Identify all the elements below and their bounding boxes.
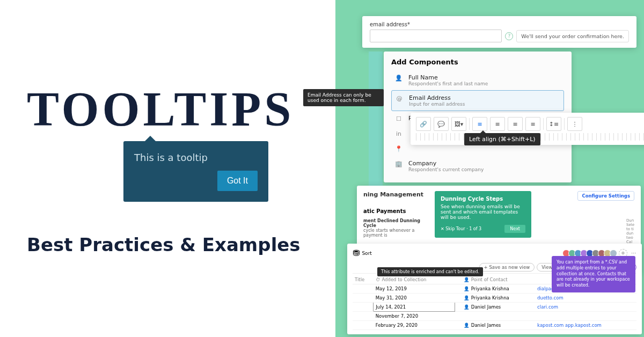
line-spacing-icon[interactable]: ↕≡	[546, 117, 561, 131]
component-item-company[interactable]: 🏢CompanyRespondent's current company	[391, 156, 564, 176]
table-row[interactable]: May 31, 2020👤 Priyanka Krishnaduetto.com	[353, 294, 636, 303]
more-icon[interactable]: ⋮	[567, 117, 582, 131]
location-icon: 📍	[394, 145, 403, 152]
ellipsis-icon[interactable]: ⋯	[631, 250, 636, 256]
filter-icon[interactable]: ⛃	[353, 248, 360, 258]
align-center-icon[interactable]: ≡	[490, 117, 505, 131]
email-tooltip: We'll send your order confirmation here.	[516, 30, 629, 42]
components-heading: Add Components	[391, 58, 564, 66]
table-row[interactable]: November 7, 2020	[353, 312, 636, 321]
sort-button[interactable]: Sort	[362, 251, 371, 256]
col-header[interactable]: Title	[353, 275, 374, 284]
left-align-tooltip: Left align (⌘+Shift+L)	[464, 133, 540, 145]
person-icon: 👤	[394, 75, 403, 82]
configure-button[interactable]: Configure Settings	[577, 191, 634, 201]
col-header[interactable]: 👤 Point of Contact	[462, 275, 535, 284]
at-icon: @	[395, 95, 404, 102]
accent-bar	[369, 52, 383, 186]
next-button[interactable]: Next	[504, 225, 525, 233]
table-row[interactable]: July 14, 2021👤 Daniel Jamesclari.com	[353, 303, 636, 312]
save-view-button[interactable]: + Save as new view	[479, 263, 535, 272]
table-row[interactable]: February 29, 2020👤 Daniel Jameskapost.co…	[353, 321, 636, 330]
component-item-fullname[interactable]: 👤Full NameRespondent's first and last na…	[391, 70, 564, 90]
got-it-button[interactable]: Got It	[217, 171, 258, 191]
help-icon[interactable]: ?	[505, 32, 513, 40]
col-header[interactable]	[455, 275, 462, 284]
skip-tour-link[interactable]: ✕ Skip Tour · 1 of 3	[441, 226, 481, 231]
phone-icon: ☐	[394, 115, 403, 122]
component-item-email[interactable]: @Email AddressInput for email address	[391, 90, 564, 111]
attribute-tooltip: This attribute is enriched and can't be …	[377, 267, 483, 276]
image-icon[interactable]: 🖼▾	[451, 117, 466, 131]
email-panel: email address* ? We'll send your order c…	[362, 16, 636, 48]
dunning-tour-tooltip: Dunning Cycle Steps See when dunning ema…	[435, 191, 531, 238]
email-label: email address*	[370, 21, 629, 27]
align-justify-icon[interactable]: ≡	[525, 117, 540, 131]
email-once-tooltip: Email Address can only be used once in e…	[303, 89, 384, 106]
email-input[interactable]	[370, 30, 502, 42]
align-right-icon[interactable]: ≡	[508, 117, 523, 131]
import-tooltip: You can import from a *.CSV and add mult…	[552, 256, 635, 292]
company-icon: 🏢	[394, 160, 403, 167]
align-left-icon[interactable]: ≡	[472, 117, 487, 131]
page-title: TOOLTIPS	[27, 82, 309, 137]
col-header[interactable]: ⏱ Added to Collection	[374, 275, 455, 284]
linkedin-icon: in	[394, 130, 403, 137]
comment-icon[interactable]: 💬	[434, 117, 449, 131]
tooltip-demo-text: This is a tooltip	[134, 152, 258, 163]
tooltip-demo: This is a tooltip Got It	[123, 141, 268, 202]
link-icon[interactable]: 🔗	[416, 117, 431, 131]
subtitle: Best Practices & Examples	[27, 234, 309, 255]
